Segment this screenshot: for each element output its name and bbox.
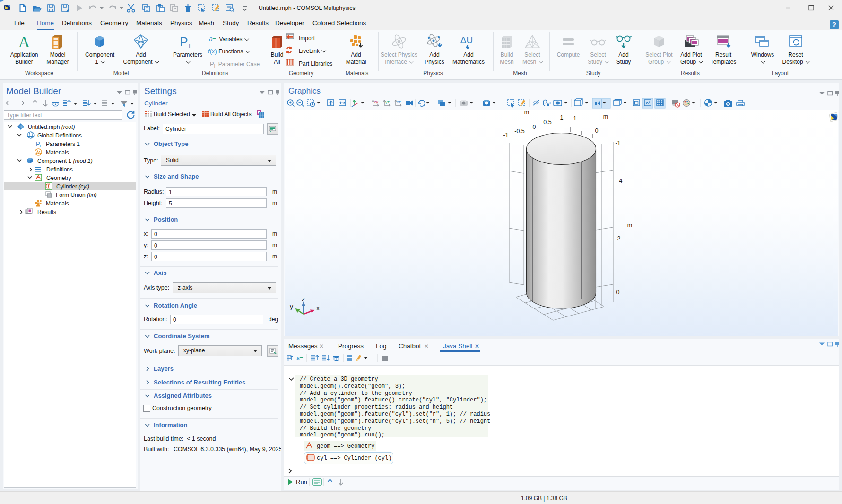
svg-text:i: i	[189, 41, 190, 49]
svg-text:-1: -1	[503, 132, 508, 138]
svg-text:=: =	[300, 355, 303, 361]
svg-text:m: m	[603, 113, 608, 120]
svg-text:0: 0	[595, 128, 599, 134]
svg-text:m: m	[524, 109, 529, 116]
svg-text:x: x	[316, 304, 320, 312]
svg-text:a: a	[296, 355, 300, 361]
svg-text:ΔU: ΔU	[460, 35, 473, 45]
svg-text:xy: xy	[374, 100, 379, 104]
svg-text:-0.5: -0.5	[514, 128, 525, 135]
svg-text:1: 1	[560, 114, 564, 121]
svg-text:P: P	[180, 34, 188, 49]
svg-text:A: A	[18, 33, 30, 51]
svg-text:i: i	[40, 143, 41, 148]
svg-text:4: 4	[619, 178, 623, 184]
svg-text:z: z	[302, 295, 305, 303]
svg-text:xz: xz	[397, 100, 401, 104]
svg-text:m: m	[627, 222, 632, 229]
svg-text:0.5: 0.5	[543, 119, 551, 126]
svg-text:2: 2	[617, 235, 621, 242]
svg-text:1: 1	[573, 115, 577, 122]
svg-text:-1: -1	[615, 140, 620, 146]
svg-text:yz: yz	[385, 100, 390, 104]
svg-text:0: 0	[533, 124, 536, 130]
svg-text:y: y	[290, 303, 293, 310]
svg-text:0: 0	[616, 289, 620, 296]
